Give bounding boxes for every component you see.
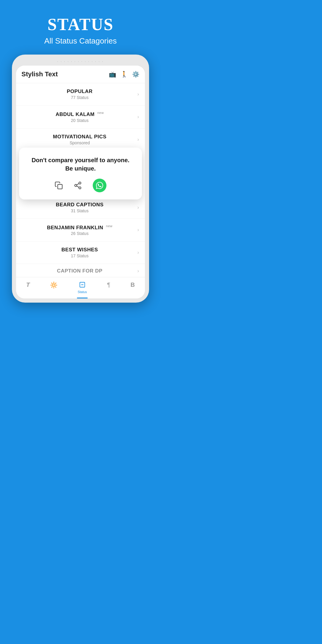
phone-screen: Stylish Text 📺 🚶 ⚙️ POPULAR 77 Status › … <box>16 66 145 298</box>
list-item-beard-captions[interactable]: BEARD CAPTIONS 31 Status › <box>16 196 145 219</box>
whatsapp-button[interactable] <box>93 179 106 192</box>
list-bottom-section: BEARD CAPTIONS 31 Status › BENJAMIN FRAN… <box>16 196 145 277</box>
list-item-popular-content: POPULAR 77 Status <box>22 89 137 100</box>
list-item-best-wishes[interactable]: BEST WISHES 17 Status › <box>16 242 145 264</box>
list-item-abdul-kalam-title: ABDUL KALAM new <box>22 111 137 117</box>
list-item-popular-subtitle: 77 Status <box>22 95 137 100</box>
app-header: Stylish Text 📺 🚶 ⚙️ <box>16 66 145 83</box>
list-item-beard-title: BEARD CAPTIONS <box>22 202 137 208</box>
nav-item-profile[interactable]: B <box>128 280 138 295</box>
list-item-caption-dp-content: CAPTION FOR DP <box>22 268 137 274</box>
list-item-abdul-kalam[interactable]: ABDUL KALAM new 20 Status › <box>16 106 145 129</box>
phone-frame: · · · · · · · · · · · · · · Stylish Text… <box>12 55 149 303</box>
list-item-motivational-subtitle: Sponsored <box>22 140 137 145</box>
bottom-nav: T 🔆 Status ¶ B <box>16 277 145 298</box>
page-subtitle: All Status Catagories <box>44 36 117 46</box>
popup-card: Don't compare yourself to anyone. Be uni… <box>19 148 142 199</box>
paragraph-icon: ¶ <box>107 281 110 288</box>
list-item-beard-chevron: › <box>137 205 139 210</box>
app-title: Stylish Text <box>21 70 58 78</box>
page-title: STATUS <box>47 15 114 34</box>
copy-button[interactable] <box>55 181 63 190</box>
text-icon: T <box>26 281 30 288</box>
svg-rect-0 <box>58 184 62 189</box>
nav-item-status[interactable]: Status <box>75 280 90 295</box>
svg-line-5 <box>77 183 79 185</box>
nav-item-ai[interactable]: 🔆 <box>47 280 61 295</box>
list-item-best-wishes-title: BEST WISHES <box>22 247 137 253</box>
list-item-caption-dp-title: CAPTION FOR DP <box>22 268 137 274</box>
list-item-best-wishes-subtitle: 17 Status <box>22 253 137 258</box>
list-item-benjamin-chevron: › <box>137 227 139 233</box>
list-item-popular[interactable]: POPULAR 77 Status › <box>16 83 145 106</box>
list-item-motivational-chevron: › <box>137 137 139 142</box>
list-item-benjamin-franklin[interactable]: BENJAMIN FRANKLIN new 26 Status › <box>16 219 145 242</box>
list-item-beard-content: BEARD CAPTIONS 31 Status <box>22 202 137 213</box>
list-item-benjamin-content: BENJAMIN FRANKLIN new 26 Status <box>22 224 137 236</box>
list-item-motivational-pics[interactable]: MOTIVATIONAL PICS Sponsored › <box>16 129 145 151</box>
list-item-caption-dp-chevron: › <box>137 268 139 274</box>
list-item-abdul-kalam-content: ABDUL KALAM new 20 Status <box>22 111 137 123</box>
svg-line-4 <box>77 186 79 187</box>
popup-actions <box>28 179 133 192</box>
list-item-motivational-content: MOTIVATIONAL PICS Sponsored <box>22 134 137 145</box>
phone-notch: · · · · · · · · · · · · · · <box>16 60 145 63</box>
status-nav-icon <box>79 281 86 290</box>
list-item-best-wishes-chevron: › <box>137 250 139 255</box>
share-button[interactable] <box>74 181 82 190</box>
list-item-benjamin-title: BENJAMIN FRANKLIN new <box>22 224 137 231</box>
person-icon[interactable]: 🚶 <box>120 71 128 78</box>
list-item-beard-subtitle: 31 Status <box>22 208 137 213</box>
nav-item-paragraph[interactable]: ¶ <box>104 280 113 295</box>
list-item-abdul-kalam-chevron: › <box>137 114 139 120</box>
list-item-best-wishes-content: BEST WISHES 17 Status <box>22 247 137 258</box>
popup-quote: Don't compare yourself to anyone. Be uni… <box>28 156 133 173</box>
nav-item-text[interactable]: T <box>23 280 33 295</box>
list-item-popular-title: POPULAR <box>22 89 137 95</box>
list-top-section: POPULAR 77 Status › ABDUL KALAM new 20 S… <box>16 83 145 151</box>
list-item-popular-chevron: › <box>137 92 139 97</box>
status-nav-label: Status <box>78 290 87 294</box>
ai-icon: 🔆 <box>50 281 58 289</box>
new-badge-abdul-kalam: new <box>97 111 104 114</box>
nav-active-indicator <box>77 298 88 298</box>
list-item-motivational-title: MOTIVATIONAL PICS <box>22 134 137 140</box>
list-item-caption-dp[interactable]: CAPTION FOR DP › <box>16 264 145 277</box>
new-badge-benjamin: new <box>106 224 113 228</box>
list-item-abdul-kalam-subtitle: 20 Status <box>22 118 137 123</box>
settings-icon[interactable]: ⚙️ <box>132 71 140 78</box>
list-item-benjamin-subtitle: 26 Status <box>22 231 137 236</box>
camera-tv-icon[interactable]: 📺 <box>109 71 116 78</box>
header-icons: 📺 🚶 ⚙️ <box>109 71 140 78</box>
profile-icon: B <box>131 281 135 288</box>
